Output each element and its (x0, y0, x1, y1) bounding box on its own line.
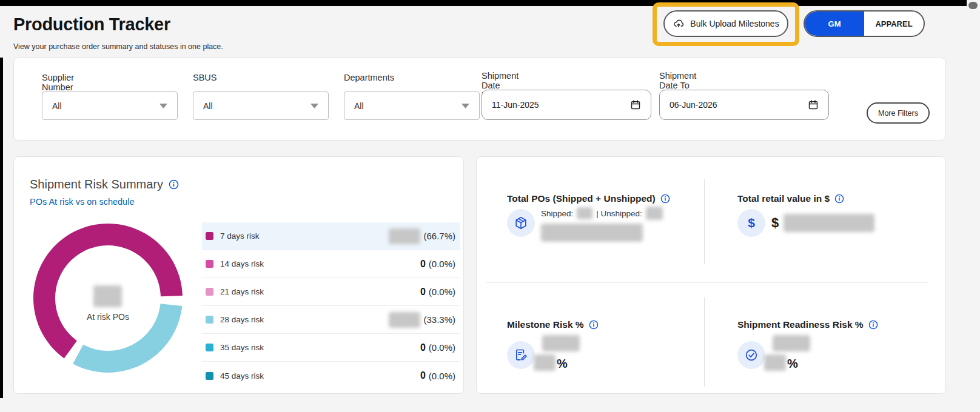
legend-count-redacted (389, 312, 420, 328)
readiness-risk-pct-redacted (764, 354, 786, 371)
risk-donut-chart[interactable]: At risk POs (32, 222, 184, 374)
legend-label: 45 days risk (220, 371, 264, 380)
bulk-upload-label: Bulk Upload Milestones (690, 19, 779, 28)
readiness-risk-value-redacted (773, 335, 810, 351)
departments-select[interactable]: All (344, 91, 480, 120)
chevron-down-icon (461, 104, 469, 108)
more-filters-button[interactable]: More Filters (867, 102, 930, 124)
legend-label: 7 days risk (220, 231, 260, 241)
kpi-total-pos: Total POs (Shipped + Unshipped) Shipped:… (507, 193, 707, 244)
legend-count: 0 (420, 370, 426, 381)
risk-summary-title: Shipment Risk Summary (30, 178, 163, 191)
percent-sign: % (787, 357, 798, 371)
horizontal-divider (486, 282, 928, 283)
unshipped-value-redacted (646, 207, 663, 220)
info-icon[interactable] (834, 194, 844, 204)
legend-label: 28 days risk (220, 315, 264, 324)
top-black-bar (0, 0, 967, 6)
legend-pct: (66.7%) (423, 231, 455, 241)
legend-count: 0 (420, 342, 426, 353)
total-pos-value-redacted (541, 224, 643, 242)
package-icon (507, 209, 535, 237)
legend-swatch (206, 288, 213, 296)
shipment-risk-summary-card: Shipment Risk Summary POs At risk vs on … (13, 156, 464, 394)
legend-count: 0 (420, 287, 426, 297)
cloud-upload-icon (673, 18, 685, 30)
legend-row-28-days[interactable]: 28 days risk (33.3%) (202, 306, 460, 334)
page-subtitle: View your purchase order summary and sta… (13, 42, 223, 51)
gm-apparel-toggle: GM APPAREL (804, 10, 925, 37)
legend-row-45-days[interactable]: 45 days risk 0 (0.0%) (202, 362, 460, 390)
supplier-number-label: Supplier Number (42, 73, 74, 92)
legend-pct: (0.0%) (429, 287, 455, 297)
left-edge-line (0, 58, 3, 398)
legend-count-redacted (389, 228, 420, 244)
supplier-number-value: All (52, 101, 62, 111)
dollar-icon: $ (737, 209, 765, 237)
legend-label: 21 days risk (220, 287, 264, 296)
legend-row-35-days[interactable]: 35 days risk 0 (0.0%) (202, 334, 460, 362)
calendar-icon[interactable] (630, 99, 641, 110)
bulk-upload-milestones-button[interactable]: Bulk Upload Milestones (663, 10, 788, 37)
shipment-date-to-label: Shipment Date To (659, 71, 696, 90)
info-icon[interactable] (868, 320, 878, 330)
legend-swatch (206, 372, 213, 380)
info-icon[interactable] (169, 179, 179, 190)
kpi-title: Total retail value in $ (737, 193, 830, 204)
shipped-value-redacted (577, 207, 592, 219)
legend-pct: (33.3%) (423, 314, 455, 325)
shipment-date-to-input[interactable]: 06-Jun-2026 (659, 90, 829, 120)
page-title: Production Tracker (13, 15, 170, 35)
calendar-icon[interactable] (808, 99, 819, 110)
legend-count: 0 (420, 259, 426, 270)
legend-label: 35 days risk (220, 343, 264, 352)
filters-panel: Supplier Number All SBUS All Departments… (13, 58, 946, 141)
legend-row-21-days[interactable]: 21 days risk 0 (0.0%) (202, 278, 460, 306)
risk-summary-subtitle-link[interactable]: POs At risk vs on schedule (30, 197, 134, 207)
risk-legend: 7 days risk (66.7%) 14 days risk 0 (0.0%… (202, 222, 460, 390)
kpi-shipment-readiness-risk: Shipment Readiness Risk % % (737, 319, 938, 371)
milestone-risk-pct-redacted (534, 354, 555, 371)
legend-swatch (206, 232, 213, 240)
retail-value-redacted (784, 214, 874, 232)
kpi-title: Shipment Readiness Risk % (737, 319, 864, 330)
scrollbar-thumb[interactable] (968, 2, 978, 9)
toggle-option-apparel[interactable]: APPAREL (864, 12, 924, 36)
legend-pct: (0.0%) (429, 342, 455, 353)
legend-swatch (206, 260, 213, 268)
chevron-down-icon (159, 104, 167, 108)
legend-row-7-days[interactable]: 7 days risk (66.7%) (202, 222, 460, 250)
departments-label: Departments (344, 73, 394, 82)
legend-row-14-days[interactable]: 14 days risk 0 (0.0%) (202, 250, 460, 278)
at-risk-count-redacted (93, 285, 122, 307)
legend-label: 14 days risk (220, 259, 264, 268)
milestone-document-icon (507, 341, 535, 369)
currency-prefix: $ (771, 215, 779, 231)
shipment-date-from-input[interactable]: 11-Jun-2025 (482, 90, 651, 120)
legend-swatch (206, 316, 213, 324)
legend-swatch (206, 344, 213, 351)
milestone-risk-value-redacted (542, 335, 580, 351)
kpi-summary-card: Total POs (Shipped + Unshipped) Shipped:… (476, 156, 946, 394)
donut-center-label: At risk POs (32, 312, 184, 322)
kpi-total-retail-value: Total retail value in $ $ $ (737, 193, 938, 237)
kpi-title: Milestone Risk % (507, 319, 584, 330)
sbus-label: SBUS (193, 73, 217, 82)
info-icon[interactable] (589, 320, 599, 330)
unshipped-label: | Unshipped: (596, 209, 642, 218)
toggle-option-gm[interactable]: GM (805, 12, 864, 36)
shipment-date-to-value: 06-Jun-2026 (670, 100, 717, 110)
check-circle-icon (737, 341, 765, 369)
legend-pct: (0.0%) (429, 371, 455, 381)
percent-sign: % (557, 357, 568, 371)
info-icon[interactable] (660, 194, 670, 204)
sbus-value: All (203, 101, 213, 111)
departments-value: All (354, 101, 364, 111)
shipped-label: Shipped: (541, 209, 573, 218)
sbus-select[interactable]: All (193, 91, 329, 120)
kpi-title: Total POs (Shipped + Unshipped) (507, 193, 656, 204)
chevron-down-icon (310, 104, 318, 108)
supplier-number-select[interactable]: All (42, 91, 178, 120)
shipment-date-from-value: 11-Jun-2025 (492, 100, 539, 110)
legend-pct: (0.0%) (429, 259, 455, 269)
